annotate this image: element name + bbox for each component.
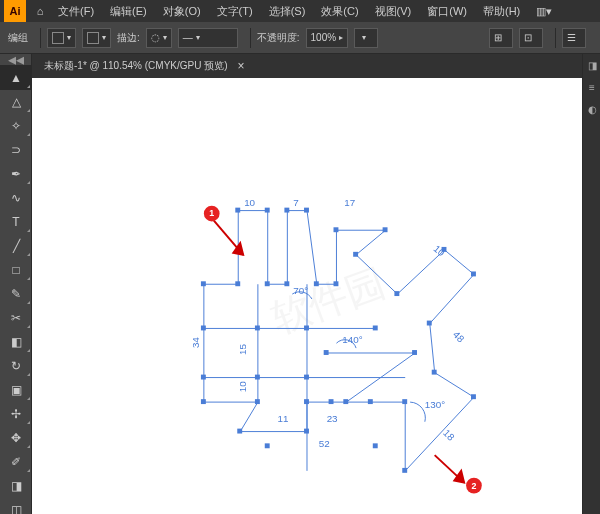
canvas[interactable]: 软件园 10 7 17 10 70° 140° [32,78,582,514]
svg-rect-30 [201,375,206,380]
svg-rect-8 [314,281,319,286]
transform-icon[interactable]: ⊡ [519,28,543,48]
stroke-weight-dropdown[interactable]: ◌ ▾ [146,28,172,48]
panel-properties-icon[interactable]: ◨ [583,54,600,76]
separator [250,28,251,48]
style-dropdown[interactable]: ▾ [354,28,378,48]
stroke-label: 描边: [117,31,140,45]
eraser-tool-icon[interactable]: ◧ [0,330,32,354]
eyedropper-tool-icon[interactable]: ✐ [0,450,32,474]
svg-rect-13 [394,291,399,296]
svg-rect-7 [304,208,309,213]
svg-rect-26 [255,399,260,404]
separator [555,28,556,48]
paintbrush-tool-icon[interactable]: ✎ [0,282,32,306]
panel-color-icon[interactable]: ◐ [583,98,600,120]
svg-rect-12 [353,252,358,257]
menu-object[interactable]: 对象(O) [155,4,209,19]
tab-title: 未标题-1* @ 110.54% (CMYK/GPU 预览) [44,59,228,73]
workspace-switcher-icon[interactable]: ▥▾ [528,5,560,18]
direct-selection-tool-icon[interactable]: △ [0,90,32,114]
document-area: 未标题-1* @ 110.54% (CMYK/GPU 预览) × 软件园 [32,54,582,514]
scale-tool-icon[interactable]: ▣ [0,378,32,402]
dim-text: 23 [327,413,338,424]
dim-text: 48 [451,329,467,345]
pen-tool-icon[interactable]: ✒ [0,162,32,186]
blend-tool-icon[interactable]: ◫ [0,498,32,514]
magic-wand-tool-icon[interactable]: ✧ [0,114,32,138]
dim-text: 130° [425,399,445,410]
svg-rect-5 [284,281,289,286]
opacity-label: 不透明度: [257,31,300,45]
panel-layers-icon[interactable]: ≡ [583,76,600,98]
svg-rect-20 [402,399,407,404]
svg-rect-4 [265,281,270,286]
home-icon[interactable]: ⌂ [30,5,50,17]
opacity-value: 100% [311,32,337,43]
shaper-tool-icon[interactable]: ✂ [0,306,32,330]
tool-panel: ◂◂ ▲ △ ✧ ⊃ ✒ ∿ T ╱ □ ✎ ✂ ◧ ↻ ▣ ✢ ✥ ✐ ◨ ◫… [0,54,32,514]
arrow-2: 2 [435,455,482,493]
stroke-style-dropdown[interactable]: — ▾ [178,28,238,48]
menu-effect[interactable]: 效果(C) [313,4,366,19]
svg-rect-36 [412,350,417,355]
svg-rect-22 [329,399,334,404]
type-tool-icon[interactable]: T [0,210,32,234]
arrange-icon[interactable]: ☰ [562,28,586,48]
svg-rect-3 [265,208,270,213]
svg-rect-1 [235,281,240,286]
svg-rect-37 [343,399,348,404]
menu-select[interactable]: 选择(S) [261,4,314,19]
dim-text: 52 [319,438,330,449]
menu-view[interactable]: 视图(V) [367,4,420,19]
stroke-dropdown[interactable]: ▾ [82,28,111,48]
menu-edit[interactable]: 编辑(E) [102,4,155,19]
svg-rect-35 [324,350,329,355]
panel-toggle-icon[interactable]: ◂◂ [0,54,31,66]
svg-marker-44 [454,471,464,483]
menu-file[interactable]: 文件(F) [50,4,102,19]
options-bar: 编组 ▾ ▾ 描边: ◌ ▾ — ▾ 不透明度: 100%▸ ▾ ⊞ ⊡ ☰ [0,22,600,54]
svg-rect-33 [304,325,309,330]
svg-rect-17 [432,370,437,375]
group-label: 编组 [8,31,28,45]
dim-text: 15 [237,344,248,355]
app-logo-icon: Ai [4,0,26,22]
tab-close-icon[interactable]: × [238,59,245,73]
gradient-tool-icon[interactable]: ◨ [0,474,32,498]
curvature-tool-icon[interactable]: ∿ [0,186,32,210]
dim-text: 70° [293,285,308,296]
menu-window[interactable]: 窗口(W) [419,4,475,19]
right-panel-strip: ◨ ≡ ◐ [582,54,600,514]
lasso-tool-icon[interactable]: ⊃ [0,138,32,162]
free-transform-tool-icon[interactable]: ✥ [0,426,32,450]
svg-rect-31 [255,375,260,380]
svg-rect-0 [201,281,206,286]
fill-dropdown[interactable]: ▾ [47,28,76,48]
dim-text: 10 [244,197,255,208]
rectangle-tool-icon[interactable]: □ [0,258,32,282]
selection-tool-icon[interactable]: ▲ [0,66,32,90]
svg-rect-9 [334,281,339,286]
align-icon[interactable]: ⊞ [489,28,513,48]
svg-rect-11 [383,227,388,232]
dim-text: 11 [278,413,289,424]
menu-text[interactable]: 文字(T) [209,4,261,19]
svg-rect-2 [235,208,240,213]
svg-rect-19 [402,468,407,473]
dim-text: 7 [293,197,298,208]
document-tab[interactable]: 未标题-1* @ 110.54% (CMYK/GPU 预览) × [32,54,582,78]
svg-rect-27 [201,399,206,404]
dim-text: 140° [342,334,362,345]
angle-arc [410,402,425,422]
opacity-input[interactable]: 100%▸ [306,28,349,48]
width-tool-icon[interactable]: ✢ [0,402,32,426]
line-tool-icon[interactable]: ╱ [0,234,32,258]
svg-rect-39 [373,443,378,448]
menu-help[interactable]: 帮助(H) [475,4,528,19]
svg-rect-21 [368,399,373,404]
badge-2-label: 2 [471,481,476,491]
rotate-tool-icon[interactable]: ↻ [0,354,32,378]
svg-rect-18 [471,394,476,399]
svg-rect-14 [442,247,447,252]
